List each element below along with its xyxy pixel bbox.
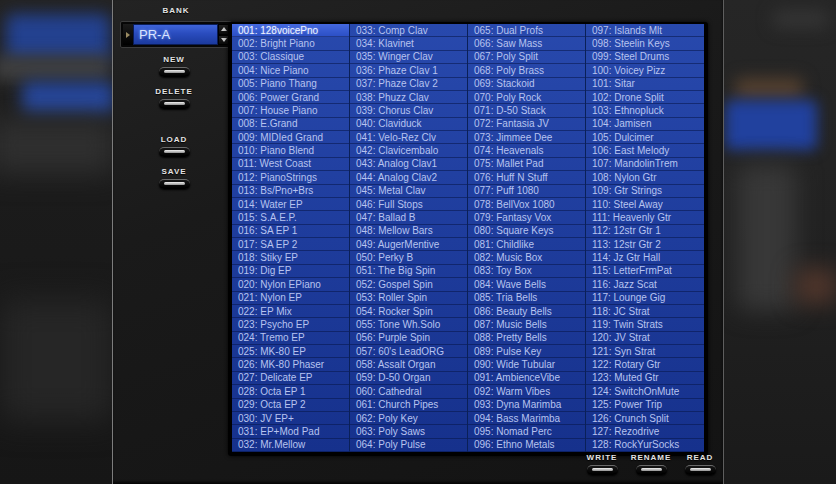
patch-item[interactable]: 114: Jz Gtr Hall bbox=[586, 251, 704, 264]
patch-item[interactable]: 083: Toy Box bbox=[468, 265, 585, 278]
patch-item[interactable]: 004: Nice Piano bbox=[232, 64, 349, 77]
patch-item[interactable]: 104: Jamisen bbox=[586, 118, 704, 131]
patch-item[interactable]: 041: Velo-Rez Clv bbox=[350, 131, 467, 144]
patch-item[interactable]: 117: Lounge Gig bbox=[586, 292, 704, 305]
patch-item[interactable]: 049: AugerMentive bbox=[350, 238, 467, 251]
patch-item[interactable]: 001: 128voicePno bbox=[232, 24, 349, 37]
patch-item[interactable]: 013: Bs/Pno+Brs bbox=[232, 185, 349, 198]
patch-item[interactable]: 102: Drone Split bbox=[586, 91, 704, 104]
patch-item[interactable]: 119: Twin Strats bbox=[586, 318, 704, 331]
patch-item[interactable]: 055: Tone Wh.Solo bbox=[350, 318, 467, 331]
patch-item[interactable]: 071: D-50 Stack bbox=[468, 104, 585, 117]
patch-item[interactable]: 075: Mallet Pad bbox=[468, 158, 585, 171]
patch-item[interactable]: 088: Pretty Bells bbox=[468, 332, 585, 345]
patch-item[interactable]: 003: Classique bbox=[232, 51, 349, 64]
patch-item[interactable]: 093: Dyna Marimba bbox=[468, 399, 585, 412]
patch-item[interactable]: 085: Tria Bells bbox=[468, 292, 585, 305]
patch-item[interactable]: 099: Steel Drums bbox=[586, 51, 704, 64]
patch-item[interactable]: 122: Rotary Gtr bbox=[586, 358, 704, 371]
patch-item[interactable]: 070: Poly Rock bbox=[468, 91, 585, 104]
patch-item[interactable]: 072: Fantasia JV bbox=[468, 118, 585, 131]
patch-item[interactable]: 009: MIDIed Grand bbox=[232, 131, 349, 144]
patch-item[interactable]: 105: Dulcimer bbox=[586, 131, 704, 144]
patch-item[interactable]: 108: Nylon Gtr bbox=[586, 171, 704, 184]
read-button[interactable] bbox=[685, 465, 716, 475]
patch-item[interactable]: 106: East Melody bbox=[586, 144, 704, 157]
patch-item[interactable]: 112: 12str Gtr 1 bbox=[586, 225, 704, 238]
patch-item[interactable]: 113: 12str Gtr 2 bbox=[586, 238, 704, 251]
patch-item[interactable]: 044: Analog Clav2 bbox=[350, 171, 467, 184]
patch-item[interactable]: 125: Power Trip bbox=[586, 399, 704, 412]
patch-item[interactable]: 086: Beauty Bells bbox=[468, 305, 585, 318]
patch-item[interactable]: 103: Ethnopluck bbox=[586, 104, 704, 117]
patch-item[interactable]: 025: MK-80 EP bbox=[232, 345, 349, 358]
patch-item[interactable]: 124: SwitchOnMute bbox=[586, 385, 704, 398]
patch-item[interactable]: 095: Nomad Perc bbox=[468, 425, 585, 438]
patch-item[interactable]: 089: Pulse Key bbox=[468, 345, 585, 358]
patch-item[interactable]: 094: Bass Marimba bbox=[468, 412, 585, 425]
patch-item[interactable]: 016: SA EP 1 bbox=[232, 225, 349, 238]
patch-item[interactable]: 012: PianoStrings bbox=[232, 171, 349, 184]
patch-item[interactable]: 078: BellVox 1080 bbox=[468, 198, 585, 211]
patch-item[interactable]: 092: Warm Vibes bbox=[468, 385, 585, 398]
patch-item[interactable]: 060: Cathedral bbox=[350, 385, 467, 398]
patch-item[interactable]: 098: Steelin Keys bbox=[586, 37, 704, 50]
patch-item[interactable]: 039: Chorus Clav bbox=[350, 104, 467, 117]
patch-item[interactable]: 110: Steel Away bbox=[586, 198, 704, 211]
patch-item[interactable]: 053: Roller Spin bbox=[350, 292, 467, 305]
bank-menu-button[interactable] bbox=[123, 24, 133, 45]
patch-item[interactable]: 027: Delicate EP bbox=[232, 372, 349, 385]
patch-item[interactable]: 096: Ethno Metals bbox=[468, 439, 585, 452]
rename-button[interactable] bbox=[636, 465, 667, 475]
patch-item[interactable]: 006: Power Grand bbox=[232, 91, 349, 104]
patch-item[interactable]: 028: Octa EP 1 bbox=[232, 385, 349, 398]
patch-item[interactable]: 128: RockYurSocks bbox=[586, 439, 704, 452]
patch-item[interactable]: 077: Puff 1080 bbox=[468, 185, 585, 198]
patch-item[interactable]: 026: MK-80 Phaser bbox=[232, 358, 349, 371]
patch-item[interactable]: 038: Phuzz Clav bbox=[350, 91, 467, 104]
patch-item[interactable]: 011: West Coast bbox=[232, 158, 349, 171]
patch-item[interactable]: 015: S.A.E.P. bbox=[232, 211, 349, 224]
patch-item[interactable]: 064: Poly Pulse bbox=[350, 439, 467, 452]
patch-item[interactable]: 008: E.Grand bbox=[232, 118, 349, 131]
patch-item[interactable]: 050: Perky B bbox=[350, 251, 467, 264]
patch-item[interactable]: 076: Huff N Stuff bbox=[468, 171, 585, 184]
patch-item[interactable]: 045: Metal Clav bbox=[350, 185, 467, 198]
patch-item[interactable]: 109: Gtr Strings bbox=[586, 185, 704, 198]
patch-item[interactable]: 065: Dual Profs bbox=[468, 24, 585, 37]
patch-item[interactable]: 126: Crunch Split bbox=[586, 412, 704, 425]
patch-item[interactable]: 118: JC Strat bbox=[586, 305, 704, 318]
patch-item[interactable]: 068: Poly Brass bbox=[468, 64, 585, 77]
patch-item[interactable]: 081: Childlike bbox=[468, 238, 585, 251]
patch-item[interactable]: 056: Purple Spin bbox=[350, 332, 467, 345]
patch-item[interactable]: 020: Nylon EPiano bbox=[232, 278, 349, 291]
patch-item[interactable]: 079: Fantasy Vox bbox=[468, 211, 585, 224]
patch-item[interactable]: 084: Wave Bells bbox=[468, 278, 585, 291]
patch-item[interactable]: 019: Dig EP bbox=[232, 265, 349, 278]
patch-item[interactable]: 120: JV Strat bbox=[586, 332, 704, 345]
patch-item[interactable]: 030: JV EP+ bbox=[232, 412, 349, 425]
patch-item[interactable]: 066: Saw Mass bbox=[468, 37, 585, 50]
patch-item[interactable]: 087: Music Bells bbox=[468, 318, 585, 331]
patch-item[interactable]: 051: The Big Spin bbox=[350, 265, 467, 278]
patch-item[interactable]: 073: Jimmee Dee bbox=[468, 131, 585, 144]
patch-item[interactable]: 017: SA EP 2 bbox=[232, 238, 349, 251]
patch-item[interactable]: 059: D-50 Organ bbox=[350, 372, 467, 385]
patch-item[interactable]: 080: Square Keys bbox=[468, 225, 585, 238]
patch-item[interactable]: 111: Heavenly Gtr bbox=[586, 211, 704, 224]
patch-item[interactable]: 121: Syn Strat bbox=[586, 345, 704, 358]
patch-item[interactable]: 029: Octa EP 2 bbox=[232, 399, 349, 412]
patch-item[interactable]: 031: EP+Mod Pad bbox=[232, 425, 349, 438]
patch-item[interactable]: 022: EP Mix bbox=[232, 305, 349, 318]
patch-item[interactable]: 040: Claviduck bbox=[350, 118, 467, 131]
patch-item[interactable]: 067: Poly Split bbox=[468, 51, 585, 64]
patch-item[interactable]: 046: Full Stops bbox=[350, 198, 467, 211]
patch-item[interactable]: 018: Stiky EP bbox=[232, 251, 349, 264]
patch-item[interactable]: 115: LetterFrmPat bbox=[586, 265, 704, 278]
write-button[interactable] bbox=[587, 465, 618, 475]
patch-item[interactable]: 052: Gospel Spin bbox=[350, 278, 467, 291]
patch-item[interactable]: 047: Ballad B bbox=[350, 211, 467, 224]
patch-item[interactable]: 069: Stackoid bbox=[468, 78, 585, 91]
patch-item[interactable]: 063: Poly Saws bbox=[350, 425, 467, 438]
patch-item[interactable]: 032: Mr.Mellow bbox=[232, 439, 349, 452]
